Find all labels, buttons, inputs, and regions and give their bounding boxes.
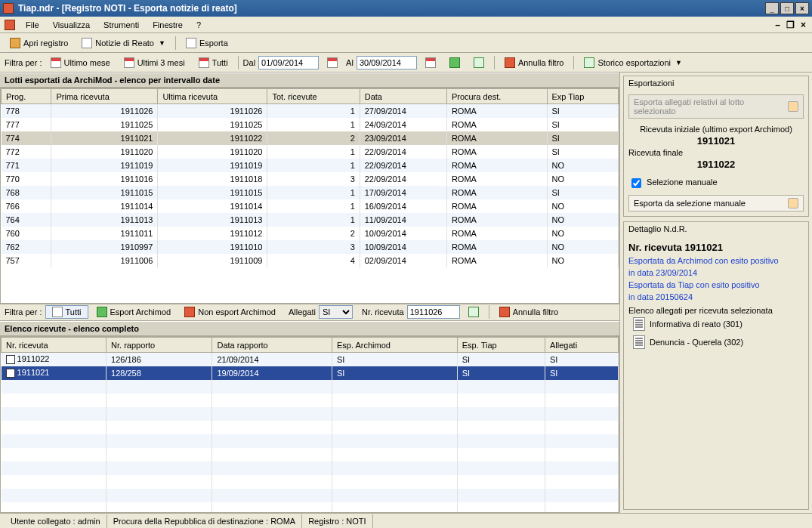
col-procura[interactable]: Procura dest. <box>446 89 547 104</box>
table-row[interactable]: 75719110061911009402/09/2014ROMANO <box>2 254 619 267</box>
table-row[interactable]: 76819110151911015117/09/2014ROMASI <box>2 186 619 199</box>
al-input[interactable] <box>357 56 417 69</box>
mdi-icon <box>5 20 15 30</box>
dropdown-arrow-icon: ▼ <box>159 39 165 47</box>
mdi-restore[interactable]: ❐ <box>785 20 796 30</box>
table-row-empty <box>2 475 619 489</box>
status-utente: Utente collegato : admin <box>5 514 107 528</box>
table-row[interactable]: 77419110211911022223/09/2014ROMASI <box>2 131 619 145</box>
selezione-manuale-input[interactable] <box>631 178 641 188</box>
mdi-minimize[interactable]: – <box>773 20 782 30</box>
minimize-button[interactable]: _ <box>765 2 779 14</box>
col-esp_archimod[interactable]: Esp. Archimod <box>332 338 458 353</box>
document-icon <box>633 335 645 349</box>
menu-help[interactable]: ? <box>190 19 207 31</box>
annulla-filtro-mid[interactable]: Annulla filtro <box>494 304 564 320</box>
filter-esport-archimod[interactable]: Esport Archimod <box>91 304 177 320</box>
search-icon <box>468 307 479 317</box>
clear-filter-icon <box>499 307 510 317</box>
attachment-item[interactable]: Informativa di reato (301) <box>628 315 804 333</box>
al-calendar-button[interactable] <box>420 55 441 70</box>
add-range-button[interactable] <box>444 55 465 70</box>
col-esp_tiap[interactable]: Esp. Tiap <box>457 338 545 353</box>
col-ultima[interactable]: Ultima ricevuta <box>158 89 267 104</box>
col-prima[interactable]: Prima ricevuta <box>51 89 158 104</box>
app-icon <box>3 3 14 14</box>
document-icon <box>82 38 92 48</box>
col-data[interactable]: Data <box>360 89 446 104</box>
table-row-empty <box>2 434 619 448</box>
table-row[interactable]: 77719110251911025124/09/2014ROMASI <box>2 118 619 131</box>
col-nr_ricevuta[interactable]: Nr. ricevuta <box>2 338 107 353</box>
calendar-icon <box>425 57 436 68</box>
menu-file[interactable]: File <box>20 19 45 31</box>
notizie-di-reato-button[interactable]: Notizie di Reato ▼ <box>76 36 171 51</box>
row-checkbox[interactable] <box>6 355 15 364</box>
col-data_rapporto[interactable]: Data rapporto <box>212 338 332 353</box>
table-row[interactable]: 77019110161911018322/09/2014ROMANO <box>2 172 619 186</box>
selezione-manuale-checkbox[interactable]: Selezione manuale <box>628 178 718 187</box>
esportazioni-panel: Esportazioni Esporta allegati relativi a… <box>623 76 809 217</box>
esporta-allegati-lotto-button[interactable]: Esporta allegati relativi al lotto selez… <box>628 94 804 119</box>
table-row[interactable]: 77219110201911020122/09/2014ROMASI <box>2 145 619 159</box>
allegati-combo[interactable]: SI <box>319 305 353 319</box>
filter-ultimi-3-mesi[interactable]: Ultimi 3 mesi <box>119 55 190 70</box>
col-allegati[interactable]: Allegati <box>545 338 619 353</box>
maximize-button[interactable]: □ <box>780 2 794 14</box>
esporta-label: Esporta <box>199 39 228 48</box>
table-row[interactable]: 76419110131911013111/09/2014ROMANO <box>2 213 619 227</box>
refresh-button[interactable] <box>468 55 489 70</box>
col-exp[interactable]: Exp Tiap <box>547 89 618 104</box>
table-row[interactable]: 77119110191911019122/09/2014ROMANO <box>2 159 619 172</box>
dettaglio-title: Dettaglio N.d.R. <box>624 222 808 236</box>
dettaglio-line1: Esportata da Archimod con esito positivo <box>628 255 804 267</box>
main-toolbar: Apri registro Notizie di Reato ▼ Esporta <box>0 33 812 53</box>
esporta-button[interactable]: Esporta <box>181 36 233 51</box>
nr-ricevuta-input[interactable] <box>407 305 460 319</box>
row-checkbox[interactable] <box>6 369 15 378</box>
export-spin-icon <box>788 101 798 112</box>
table-row[interactable]: 1911022126/18621/09/2014SISISI <box>2 353 619 366</box>
search-ricevuta-button[interactable] <box>463 304 484 320</box>
annulla-filtro-top[interactable]: Annulla filtro <box>499 55 570 70</box>
status-bar: Utente collegato : admin Procura della R… <box>0 513 812 528</box>
dal-label: Dal <box>243 58 256 67</box>
menu-visualizza[interactable]: Visualizza <box>47 19 96 31</box>
dal-calendar-button[interactable] <box>322 55 343 70</box>
filter-non-esport-archimod[interactable]: Non esport Archimod <box>179 304 281 320</box>
dal-input[interactable] <box>258 56 319 69</box>
table-row[interactable]: 1911021128/25819/09/2014SISISI <box>2 366 619 380</box>
ricevuta-iniziale-label: Ricevuta iniziale (ultimo export Archimo… <box>628 125 804 134</box>
mdi-close[interactable]: × <box>799 20 807 30</box>
window-title: Tiap.ndr - [Registro NOTI - Esporta noti… <box>18 3 237 14</box>
menu-strumenti[interactable]: Strumenti <box>97 19 145 31</box>
col-nr_rapporto[interactable]: Nr. rapporto <box>107 338 212 353</box>
attachment-item[interactable]: Denuncia - Querela (302) <box>628 333 804 351</box>
table-row[interactable]: 76219109971911010310/09/2014ROMANO <box>2 240 619 254</box>
dropdown-arrow-icon: ▼ <box>675 59 682 66</box>
filter-tutti-mid[interactable]: Tutti <box>45 305 88 319</box>
menu-finestre[interactable]: Finestre <box>147 19 189 31</box>
filter-tutti[interactable]: Tutti <box>193 55 233 70</box>
apri-registro-button[interactable]: Apri registro <box>5 36 73 51</box>
apri-registro-label: Apri registro <box>23 39 68 48</box>
col-prog[interactable]: Prog. <box>2 89 51 104</box>
storico-esportazioni-button[interactable]: Storico esportazioni ▼ <box>579 55 687 70</box>
dettaglio-panel: Dettaglio N.d.R. Nr. ricevuta 1911021 Es… <box>623 221 809 510</box>
grid-lotti[interactable]: Prog.Prima ricevutaUltima ricevutaTot. r… <box>0 88 619 304</box>
esporta-selezione-manuale-button[interactable]: Esporta da selezione manuale <box>628 195 804 212</box>
col-tot[interactable]: Tot. ricevute <box>267 89 360 104</box>
table-row-empty <box>2 489 619 502</box>
filter-label-mid: Filtra per : <box>5 307 42 316</box>
table-row[interactable]: 76619110141911014116/09/2014ROMANO <box>2 199 619 213</box>
dettaglio-line3: Esportata da Tiap con esito positivo <box>628 279 804 291</box>
grid-ricevute[interactable]: Nr. ricevutaNr. rapportoData rapportoEsp… <box>0 336 619 513</box>
filter-ultimo-mese[interactable]: Ultimo mese <box>45 55 116 70</box>
calendar-icon <box>51 57 61 68</box>
filter-label: Filtra per : <box>5 58 42 67</box>
table-row[interactable]: 76019110111911012210/09/2014ROMANO <box>2 227 619 240</box>
table-row[interactable]: 77819110261911026127/09/2014ROMASI <box>2 104 619 118</box>
filter-bar-top: Filtra per : Ultimo mese Ultimi 3 mesi T… <box>0 53 812 73</box>
table-row-empty <box>2 407 619 421</box>
close-button[interactable]: × <box>795 2 809 14</box>
